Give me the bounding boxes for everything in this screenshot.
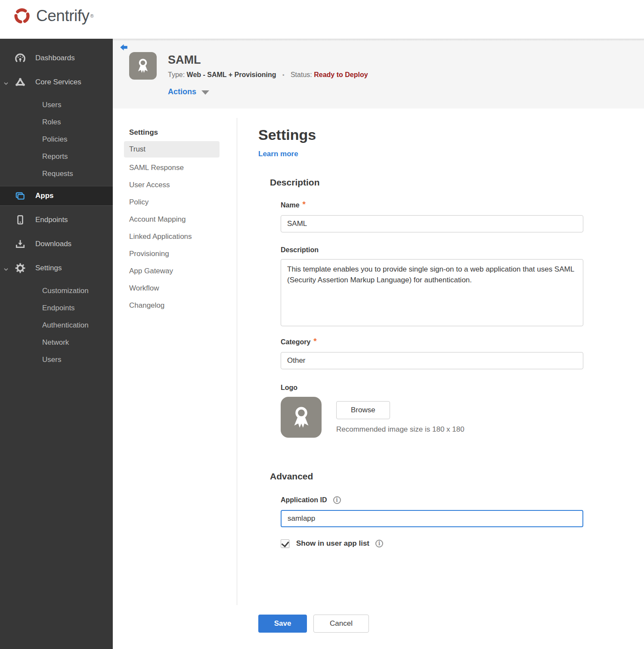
core-services-icon — [15, 77, 26, 88]
cancel-button[interactable]: Cancel — [313, 615, 369, 633]
sidebar-item-authentication[interactable]: Authentication — [0, 317, 113, 334]
app-logo-badge — [129, 52, 157, 80]
logo-controls: Browse Recommended image size is 180 x 1… — [336, 397, 464, 438]
sidebar-item-label: Downloads — [35, 240, 71, 248]
description-textarea[interactable]: This template enables you to provide sin… — [281, 259, 583, 326]
apps-icon — [15, 190, 26, 201]
sidebar-item-customization[interactable]: Customization — [0, 282, 113, 300]
subnav-header: Settings — [129, 128, 237, 137]
subnav-item-changelog[interactable]: Changelog — [113, 297, 237, 314]
browse-button[interactable]: Browse — [336, 401, 390, 419]
status-value: Ready to Deploy — [314, 71, 368, 78]
logo-size-hint: Recommended image size is 180 x 180 — [336, 425, 464, 434]
meta-separator: • — [282, 72, 285, 78]
sidebar-item-label: Apps — [35, 192, 54, 200]
top-bar: Centrify ® — [0, 0, 644, 39]
save-button[interactable]: Save — [258, 615, 307, 633]
status-label: Status: — [291, 71, 312, 78]
info-icon[interactable]: i — [375, 540, 383, 547]
chevron-down-icon[interactable] — [3, 80, 9, 88]
subnav-item-provisioning[interactable]: Provisioning — [113, 245, 237, 263]
subnav-item-trust[interactable]: Trust — [124, 141, 220, 158]
actions-dropdown[interactable]: Actions — [168, 87, 209, 96]
sidebar-item-policies[interactable]: Policies — [0, 131, 113, 148]
brand-trademark: ® — [90, 13, 93, 19]
subnav-item-account-mapping[interactable]: Account Mapping — [113, 211, 237, 228]
category-input[interactable] — [281, 352, 583, 369]
sidebar-item-endpoints[interactable]: Endpoints — [0, 213, 113, 226]
name-input[interactable] — [281, 215, 583, 232]
actions-label: Actions — [168, 87, 196, 96]
award-ribbon-icon — [288, 404, 315, 431]
name-label: Name * — [281, 201, 644, 209]
type-value: Web - SAML + Provisioning — [187, 71, 276, 78]
sidebar-item-users[interactable]: Users — [0, 96, 113, 114]
sidebar-item-settings-endpoints[interactable]: Endpoints — [0, 300, 113, 317]
dashboard-gauge-icon — [15, 53, 26, 64]
page-title: Settings — [258, 127, 644, 143]
category-label: Category * — [281, 338, 644, 346]
content-area: SAML Type: Web - SAML + Provisioning • S… — [113, 39, 644, 649]
advanced-section-heading: Advanced — [270, 471, 644, 482]
sidebar-item-downloads[interactable]: Downloads — [0, 238, 113, 250]
app-title: SAML — [168, 53, 201, 67]
logo-row: Browse Recommended image size is 180 x 1… — [281, 397, 644, 438]
sidebar-item-dashboards[interactable]: Dashboards — [0, 52, 113, 65]
sidebar-item-settings[interactable]: Settings — [0, 262, 113, 275]
application-id-input[interactable] — [281, 510, 583, 527]
application-id-label: Application ID i — [281, 496, 644, 504]
centrify-admin-screen: Centrify ® Dashboards — [0, 0, 644, 649]
back-arrow-icon[interactable] — [119, 43, 128, 52]
sidebar-item-apps[interactable]: Apps — [0, 186, 113, 206]
description-label: Description — [281, 246, 644, 254]
required-asterisk: * — [303, 200, 306, 209]
award-ribbon-icon — [134, 57, 152, 75]
app-meta-line: Type: Web - SAML + Provisioning • Status… — [168, 71, 368, 79]
settings-subnav: Settings Trust SAML Response User Access… — [113, 108, 237, 314]
show-in-user-app-list-row: Show in user app list i — [281, 539, 644, 548]
show-in-user-app-list-checkbox[interactable] — [281, 539, 289, 548]
description-section-heading: Description — [270, 177, 644, 188]
sidebar-item-requests[interactable]: Requests — [0, 165, 113, 182]
app-header: SAML Type: Web - SAML + Provisioning • S… — [113, 39, 644, 108]
logo-preview — [281, 397, 322, 438]
page-body: Settings Trust SAML Response User Access… — [113, 108, 644, 633]
sidebar: Dashboards Core Services Users Roles Pol… — [0, 39, 113, 649]
downloads-icon — [15, 238, 26, 250]
info-icon[interactable]: i — [333, 496, 341, 504]
endpoints-device-icon — [15, 214, 26, 226]
subnav-item-app-gateway[interactable]: App Gateway — [113, 263, 237, 280]
learn-more-link[interactable]: Learn more — [258, 150, 298, 158]
required-asterisk: * — [313, 337, 316, 346]
settings-submenu: Customization Endpoints Authentication N… — [0, 282, 113, 368]
sidebar-item-label: Dashboards — [35, 54, 75, 62]
subnav-item-saml-response[interactable]: SAML Response — [113, 159, 237, 176]
gear-icon — [15, 263, 26, 274]
subnav-item-linked-applications[interactable]: Linked Applications — [113, 228, 237, 245]
sidebar-item-core-services[interactable]: Core Services — [0, 76, 113, 89]
core-services-submenu: Users Roles Policies Reports Requests — [0, 96, 113, 182]
sidebar-item-label: Core Services — [35, 78, 81, 87]
sidebar-item-label: Settings — [35, 264, 62, 272]
sidebar-item-label: Endpoints — [35, 216, 68, 224]
subnav-item-policy[interactable]: Policy — [113, 194, 237, 211]
sidebar-item-reports[interactable]: Reports — [0, 148, 113, 165]
sidebar-item-network[interactable]: Network — [0, 334, 113, 351]
caret-down-icon — [201, 90, 209, 95]
centrify-swirl-icon — [12, 6, 32, 26]
form-footer: Save Cancel — [258, 615, 644, 633]
sidebar-item-roles[interactable]: Roles — [0, 114, 113, 131]
settings-form: Settings Learn more Description Name * D… — [237, 108, 644, 633]
logo-label: Logo — [281, 384, 644, 392]
type-label: Type: — [168, 71, 185, 78]
subnav-item-user-access[interactable]: User Access — [113, 176, 237, 194]
chevron-down-icon[interactable] — [3, 266, 9, 274]
show-in-user-app-list-label: Show in user app list — [296, 539, 369, 548]
subnav-item-workflow[interactable]: Workflow — [113, 280, 237, 297]
centrify-logo: Centrify ® — [12, 6, 94, 26]
sidebar-item-settings-users[interactable]: Users — [0, 351, 113, 368]
brand-name: Centrify — [36, 7, 89, 25]
